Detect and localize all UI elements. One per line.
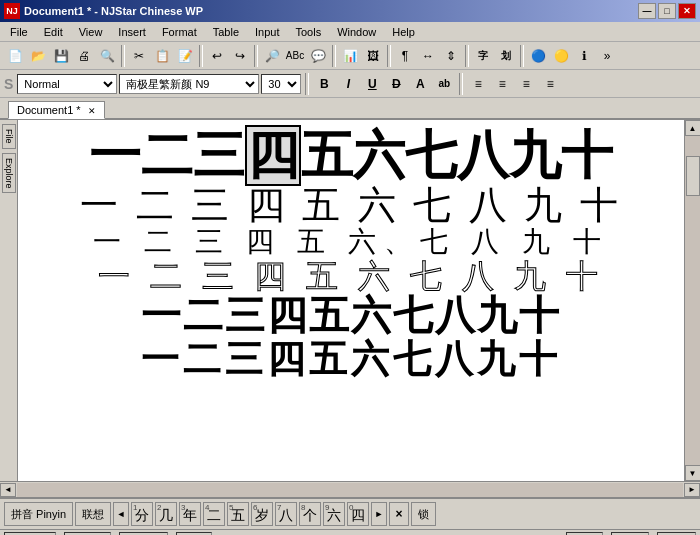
menu-insert[interactable]: Insert	[110, 24, 154, 40]
separator3	[254, 45, 258, 67]
style-selector[interactable]: Normal	[17, 74, 117, 94]
hscroll-bar[interactable]: ◄ ►	[0, 481, 700, 497]
color2-button[interactable]: 🟡	[550, 45, 572, 67]
info-button[interactable]: ℹ	[573, 45, 595, 67]
hruler-button[interactable]: ↔	[417, 45, 439, 67]
paste-button[interactable]: 📝	[174, 45, 196, 67]
cut-button[interactable]: ✂	[128, 45, 150, 67]
bold-button[interactable]: B	[313, 73, 335, 95]
lianxiang-button[interactable]: 联想	[75, 502, 111, 526]
menu-file[interactable]: File	[2, 24, 36, 40]
menu-view[interactable]: View	[71, 24, 111, 40]
cn-text-1: 一二三四五六七八九十	[89, 130, 613, 182]
align-left-button[interactable]: ≡	[467, 73, 489, 95]
sidebar-file-tab[interactable]: File	[2, 124, 16, 149]
preview-button[interactable]: 🔍	[96, 45, 118, 67]
right-scrollbar[interactable]: ▲ ▼	[684, 120, 700, 481]
im-char-2[interactable]: 2几	[155, 502, 177, 526]
para-marks-button[interactable]: ¶	[394, 45, 416, 67]
color1-button[interactable]: 🔵	[527, 45, 549, 67]
stroke-button[interactable]: 划	[495, 45, 517, 67]
comment-button[interactable]: 💬	[307, 45, 329, 67]
text-line-3: 一 二 三 四 五 六、七 八 九 十	[38, 228, 664, 256]
status-page: Page: 1	[4, 532, 56, 536]
im-right-arrow[interactable]: ►	[371, 502, 387, 526]
hscroll-track[interactable]	[17, 483, 683, 497]
text-line-1: 一二三四五六七八九十	[38, 130, 664, 182]
open-button[interactable]: 📂	[27, 45, 49, 67]
status-ovr: OVR	[611, 532, 649, 536]
fontcolor-button[interactable]: A	[409, 73, 431, 95]
left-sidebar: File Explore	[0, 120, 18, 481]
document-canvas[interactable]: 一二三四五六七八九十 一 二 三 四 五 六 七 八 九 十 一 二 三 四 五…	[18, 120, 684, 481]
new-button[interactable]: 📄	[4, 45, 26, 67]
pinyin-button[interactable]: 拼音 Pinyin	[4, 502, 73, 526]
cn-text-4: 一 二 三 四 五 六 七 八 九 十	[98, 260, 604, 292]
tab-label: Document1 *	[17, 104, 81, 116]
menu-table[interactable]: Table	[205, 24, 247, 40]
highlight-button[interactable]: ab	[433, 73, 455, 95]
maximize-button[interactable]: □	[658, 3, 676, 19]
im-char-1[interactable]: 1分	[131, 502, 153, 526]
im-close-button[interactable]: ×	[389, 502, 409, 526]
find-button[interactable]: 🔎	[261, 45, 283, 67]
separator5	[387, 45, 391, 67]
hscroll-left-button[interactable]: ◄	[0, 483, 16, 497]
print-button[interactable]: 🖨	[73, 45, 95, 67]
menu-tools[interactable]: Tools	[287, 24, 329, 40]
separator7	[520, 45, 524, 67]
cn-text-2: 一 二 三 四 五 六 七 八 九 十	[80, 186, 622, 224]
sidebar-explore-tab[interactable]: Explore	[2, 153, 16, 194]
menu-edit[interactable]: Edit	[36, 24, 71, 40]
im-char-8[interactable]: 8个	[299, 502, 321, 526]
menu-window[interactable]: Window	[329, 24, 384, 40]
im-char-5[interactable]: 5五	[227, 502, 249, 526]
tab-close-button[interactable]: ✕	[88, 106, 96, 116]
menubar: File Edit View Insert Format Table Input…	[0, 22, 700, 42]
redo-button[interactable]: ↪	[229, 45, 251, 67]
im-char-0[interactable]: 0四	[347, 502, 369, 526]
im-left-arrow[interactable]: ◄	[113, 502, 129, 526]
status-line: Line: 6	[64, 532, 111, 536]
scroll-track[interactable]	[685, 136, 701, 465]
align-justify-button[interactable]: ≡	[539, 73, 561, 95]
vruler-button[interactable]: ⇕	[440, 45, 462, 67]
more-button[interactable]: »	[596, 45, 618, 67]
text-line-4: 一 二 三 四 五 六 七 八 九 十	[38, 260, 664, 292]
undo-button[interactable]: ↩	[206, 45, 228, 67]
window-title: Document1 * - NJStar Chinese WP	[24, 5, 638, 17]
align-center-button[interactable]: ≡	[491, 73, 513, 95]
cn-text-6: 一二三四五六七八九十	[141, 340, 561, 378]
im-char-7[interactable]: 7八	[275, 502, 297, 526]
minimize-button[interactable]: —	[638, 3, 656, 19]
im-lock-button[interactable]: 锁	[411, 502, 436, 526]
strikethrough-button[interactable]: D	[385, 73, 407, 95]
table-button[interactable]: 📊	[339, 45, 361, 67]
italic-button[interactable]: I	[337, 73, 359, 95]
save-button[interactable]: 💾	[50, 45, 72, 67]
font-selector[interactable]: 南极星繁新颜 N9	[119, 74, 259, 94]
close-button[interactable]: ✕	[678, 3, 696, 19]
underline-button[interactable]: U	[361, 73, 383, 95]
im-char-3[interactable]: 3年	[179, 502, 201, 526]
size-selector[interactable]: 30	[261, 74, 301, 94]
scroll-thumb[interactable]	[686, 156, 700, 196]
status-mode: DEF	[176, 532, 212, 536]
spellcheck-button[interactable]: ABc	[284, 45, 306, 67]
menu-format[interactable]: Format	[154, 24, 205, 40]
input-method-bar: 拼音 Pinyin 联想 ◄ 1分 2几 3年 4二 5五 6岁 7八 8个 9…	[0, 497, 700, 529]
copy-button[interactable]: 📋	[151, 45, 173, 67]
menu-input[interactable]: Input	[247, 24, 287, 40]
align-right-button[interactable]: ≡	[515, 73, 537, 95]
scroll-down-button[interactable]: ▼	[685, 465, 701, 481]
im-char-6[interactable]: 6岁	[251, 502, 273, 526]
hscroll-right-button[interactable]: ►	[684, 483, 700, 497]
tab-document1[interactable]: Document1 * ✕	[8, 101, 105, 119]
im-char-4[interactable]: 4二	[203, 502, 225, 526]
image-button[interactable]: 🖼	[362, 45, 384, 67]
style-icon: S	[4, 76, 13, 92]
scroll-up-button[interactable]: ▲	[685, 120, 701, 136]
im-char-9[interactable]: 9六	[323, 502, 345, 526]
char-button[interactable]: 字	[472, 45, 494, 67]
menu-help[interactable]: Help	[384, 24, 423, 40]
